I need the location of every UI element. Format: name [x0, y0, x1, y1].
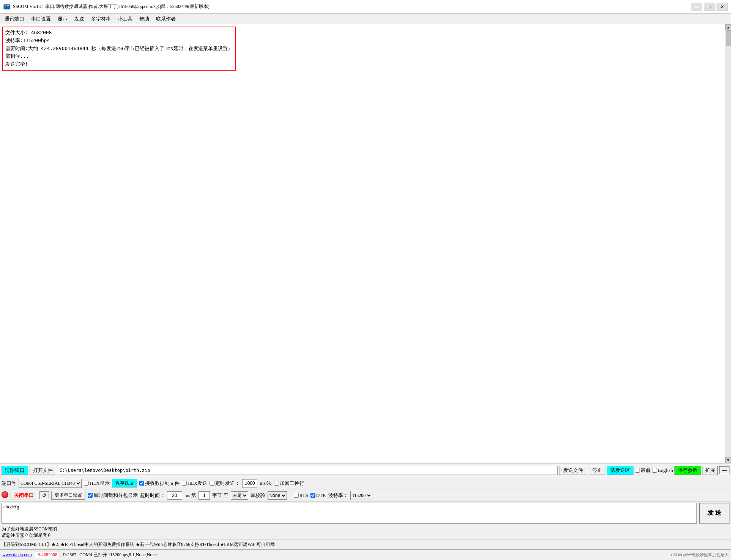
log-area: 文件大小: 4682008 波特率:115200bps 需要时间:大约 424.…: [0, 24, 731, 463]
log-line-5: 发送完毕!: [5, 60, 233, 68]
last-checkbox[interactable]: [635, 468, 640, 473]
send-main-button[interactable]: 发 送: [699, 503, 729, 524]
save-params-button[interactable]: 保存参数: [674, 466, 701, 475]
svg-rect-2: [7, 5, 9, 6]
control-row: 关闭串口 ↺ 更多串口设置 加时间戳和分包显示 超时时间： ms 第 字节 至 …: [0, 489, 731, 502]
hex-send-label[interactable]: HEX发送: [182, 480, 208, 487]
menu-display[interactable]: 显示: [55, 15, 71, 23]
add-timestamp-label[interactable]: 加时间戳和分包显示: [88, 492, 138, 499]
file-path-input[interactable]: [58, 466, 558, 475]
log-line-3: 需要时间:大约 424.289001464844 秒（每发送256字节已经被插入…: [5, 45, 233, 53]
menu-tools[interactable]: 小工具: [115, 15, 135, 23]
send-textarea[interactable]: abcdefg: [2, 503, 697, 524]
receive-to-file-label[interactable]: 接收数据到文件: [139, 480, 180, 487]
minimize-button[interactable]: —: [691, 3, 702, 11]
window-title: SSCOM V5.13.1 串口/网络数据调试器,作者:大虾丁丁,2618058…: [13, 3, 210, 10]
promo-row: 为了更好地发展SSCOM软件请您注册嘉立创绑尾客户: [0, 525, 731, 539]
scrollbar-track[interactable]: [725, 30, 731, 457]
byte-from-input[interactable]: [199, 491, 210, 500]
main-area: 文件大小: 4682008 波特率:115200bps 需要时间:大约 424.…: [0, 24, 731, 549]
scrollbar-down-button[interactable]: ▼: [725, 457, 731, 463]
menu-multistring[interactable]: 多字符串: [88, 15, 114, 23]
menu-comm-port[interactable]: 通讯端口: [2, 15, 27, 23]
rts-checkbox[interactable]: [294, 493, 299, 498]
carriage-return-label[interactable]: 加回车换行: [274, 480, 304, 487]
com-row: 端口号 COM4 USB-SERIAL CH340 HEX显示 保存数据 接收数…: [0, 477, 731, 489]
send-row: abcdefg 发 送: [0, 502, 731, 525]
title-bar-left: SSCOM V5.13.1 串口/网络数据调试器,作者:大虾丁丁,2618058…: [3, 3, 210, 11]
refresh-button[interactable]: ↺: [39, 491, 49, 499]
log-line-4: 需稍候...: [5, 52, 233, 60]
timed-send-text: 定时发送：: [215, 480, 240, 487]
svg-rect-1: [5, 5, 6, 6]
stop-button[interactable]: 停止: [589, 466, 605, 475]
svg-rect-4: [7, 7, 8, 7]
title-bar-controls: — □ ✕: [691, 3, 728, 11]
minus-button[interactable]: —: [719, 466, 729, 474]
hex-display-checkbox[interactable]: [84, 481, 89, 486]
log-content[interactable]: 文件大小: 4682008 波特率:115200bps 需要时间:大约 424.…: [0, 24, 725, 463]
baud-select[interactable]: 115200 9600 57600 38400 19200: [350, 491, 372, 500]
last-checkbox-label[interactable]: 最前: [635, 467, 651, 474]
port-info-text: COM4 已打开 115200bps,8,1,None,None: [79, 552, 157, 558]
more-settings-button[interactable]: 更多串口设置: [51, 491, 85, 500]
port-label: 端口号: [2, 480, 16, 487]
red-status-dot: [2, 491, 8, 500]
last-label: 最前: [641, 467, 651, 474]
log-scrollbar: ▲ ▼: [725, 24, 731, 463]
send-file-row: 清除窗口 打开文件 发送文件 停止 清发送区 最前 English 保存参数 扩…: [0, 464, 731, 477]
hex-send-checkbox[interactable]: [182, 481, 187, 486]
timed-send-label[interactable]: 定时发送：: [210, 480, 240, 487]
timed-send-input[interactable]: [242, 479, 257, 487]
menu-help[interactable]: 帮助: [136, 15, 152, 23]
byte-to-select[interactable]: 末尾: [231, 491, 248, 500]
scrollbar-thumb[interactable]: [726, 30, 731, 46]
carriage-return-checkbox[interactable]: [274, 481, 279, 486]
receive-to-file-text: 接收数据到文件: [145, 480, 180, 487]
menu-send[interactable]: 发送: [71, 15, 87, 23]
receive-to-file-checkbox[interactable]: [139, 481, 144, 486]
save-data-button[interactable]: 保存数据: [112, 479, 137, 487]
english-checkbox[interactable]: [652, 468, 657, 473]
add-timestamp-checkbox[interactable]: [88, 493, 93, 498]
receive-count-text: R:2567: [63, 552, 76, 558]
timed-send-checkbox[interactable]: [210, 481, 214, 486]
timed-send-unit: ms/次: [260, 480, 272, 487]
english-checkbox-label[interactable]: English: [652, 467, 673, 473]
svg-rect-3: [7, 6, 9, 6]
hex-send-text: HEX发送: [187, 480, 208, 487]
menu-port-settings[interactable]: 串口设置: [28, 15, 54, 23]
app-icon: [3, 3, 11, 11]
clear-send-button[interactable]: 清发送区: [607, 466, 633, 475]
ticker-row: 【升级到SSCOM5.13.1】★2. ★RT-Thread中人的开源免费操作系…: [0, 539, 731, 549]
send-file-button[interactable]: 发送文件: [559, 466, 587, 475]
timeout-label: 超时时间：: [140, 492, 165, 499]
credit-text: CSDN @米奇妙妙屋幕后创始人: [671, 552, 729, 558]
send-count-badge: S:4682008: [35, 552, 60, 558]
checksum-select[interactable]: None: [268, 491, 287, 500]
expand-button[interactable]: 扩展: [703, 466, 718, 475]
hex-display-label[interactable]: HEX显示: [84, 480, 110, 487]
restore-button[interactable]: □: [704, 3, 715, 11]
log-line-1: 文件大小: 4682008: [5, 29, 233, 37]
timeout-input[interactable]: [167, 491, 182, 500]
rts-text: RTS: [299, 492, 308, 498]
title-bar: SSCOM V5.13.1 串口/网络数据调试器,作者:大虾丁丁,2618058…: [0, 0, 731, 14]
scrollbar-up-button[interactable]: ▲: [725, 24, 731, 30]
dtr-label[interactable]: DTR: [310, 492, 326, 498]
website-link[interactable]: www.daxia.com: [2, 552, 32, 558]
log-highlighted-box: 文件大小: 4682008 波特率:115200bps 需要时间:大约 424.…: [2, 27, 236, 71]
close-button[interactable]: ✕: [717, 3, 728, 11]
dtr-checkbox[interactable]: [310, 493, 315, 498]
byte-label: 字节 至: [212, 492, 228, 499]
timeout-unit: ms 第: [184, 492, 196, 499]
clear-window-button[interactable]: 清除窗口: [2, 466, 28, 475]
port-select[interactable]: COM4 USB-SERIAL CH340: [19, 479, 82, 488]
hex-display-text: HEX显示: [90, 480, 110, 487]
close-port-button[interactable]: 关闭串口: [11, 491, 37, 500]
add-timestamp-text: 加时间戳和分包显示: [93, 492, 138, 499]
rts-checkbox-group: RTS: [294, 492, 308, 498]
rts-label[interactable]: RTS: [294, 492, 308, 498]
menu-contact[interactable]: 联系作者: [153, 15, 179, 23]
open-file-button[interactable]: 打开文件: [30, 466, 56, 475]
